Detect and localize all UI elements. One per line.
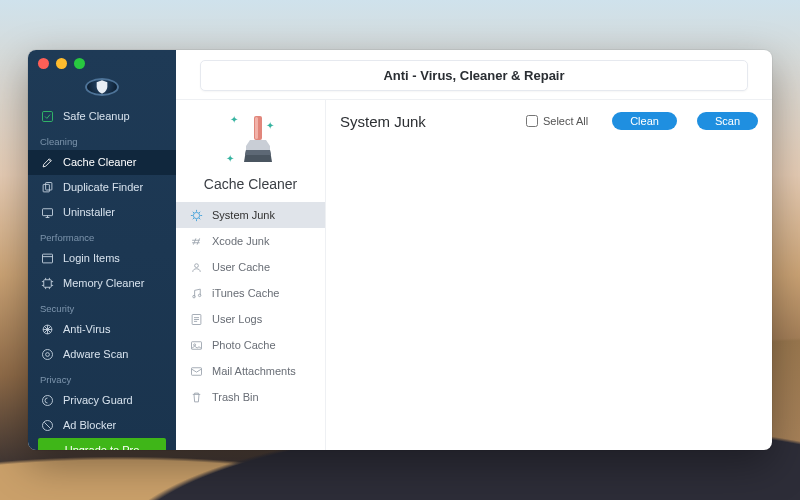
sidebar-item-adware-scan[interactable]: Adware Scan (28, 342, 176, 367)
mail-icon (188, 363, 204, 379)
trash-icon (188, 389, 204, 405)
svg-rect-3 (43, 209, 53, 216)
sidebar-item-anti-virus[interactable]: Anti-Virus (28, 317, 176, 342)
svg-point-9 (43, 396, 53, 406)
category-item-user-logs[interactable]: User Logs (176, 306, 325, 332)
sidebar-label: Memory Cleaner (63, 278, 144, 289)
sidebar-label: Login Items (63, 253, 120, 264)
sidebar-group-performance: Performance (28, 225, 176, 246)
sidebar-group-cleaning: Cleaning (28, 129, 176, 150)
sidebar-item-memory-cleaner[interactable]: Memory Cleaner (28, 271, 176, 296)
privacy-guard-icon (40, 393, 55, 408)
safe-cleanup-icon (40, 109, 55, 124)
app-logo-shield-icon (85, 78, 119, 96)
category-item-xcode-junk[interactable]: Xcode Junk (176, 228, 325, 254)
category-item-system-junk[interactable]: System Junk (176, 202, 325, 228)
svg-point-15 (192, 295, 195, 298)
category-panel-title: Cache Cleaner (204, 176, 297, 192)
category-panel: ✦✦✦ Cache Cleaner System Junk (176, 100, 326, 450)
upgrade-to-pro-button[interactable]: Upgrade to Pro (38, 438, 166, 450)
system-junk-icon (188, 207, 204, 223)
select-all-checkbox[interactable]: Select All (526, 115, 588, 127)
svg-point-16 (198, 294, 201, 297)
sidebar-item-privacy-guard[interactable]: Privacy Guard (28, 388, 176, 413)
cache-cleaner-brush-icon: ✦✦✦ (228, 114, 274, 168)
svg-rect-0 (43, 112, 53, 122)
sidebar-label: Privacy Guard (63, 395, 133, 406)
sidebar-item-login-items[interactable]: Login Items (28, 246, 176, 271)
svg-rect-4 (43, 254, 53, 263)
sidebar-item-duplicate-finder[interactable]: Duplicate Finder (28, 175, 176, 200)
header: Anti - Virus, Cleaner & Repair (176, 50, 772, 99)
svg-point-13 (193, 212, 199, 218)
svg-point-19 (193, 343, 195, 345)
main-header: System Junk Select All Clean Scan (340, 112, 758, 130)
ad-blocker-icon (40, 418, 55, 433)
minimize-window-button[interactable] (56, 58, 67, 69)
category-label: Xcode Junk (212, 235, 269, 247)
sidebar-item-cache-cleaner[interactable]: Cache Cleaner (28, 150, 176, 175)
svg-point-7 (43, 350, 53, 360)
memory-icon (40, 276, 55, 291)
sidebar-label: Ad Blocker (63, 420, 116, 431)
sidebar-label: Safe Cleanup (63, 111, 130, 122)
select-all-label: Select All (543, 115, 588, 127)
category-label: User Cache (212, 261, 270, 273)
svg-rect-20 (191, 367, 201, 375)
user-logs-icon (188, 311, 204, 327)
svg-rect-5 (44, 280, 52, 288)
category-label: iTunes Cache (212, 287, 279, 299)
antivirus-icon (40, 322, 55, 337)
sidebar-label: Adware Scan (63, 349, 128, 360)
duplicate-icon (40, 180, 55, 195)
zoom-window-button[interactable] (74, 58, 85, 69)
category-item-photo-cache[interactable]: Photo Cache (176, 332, 325, 358)
body: ✦✦✦ Cache Cleaner System Junk (176, 99, 772, 450)
sidebar-label: Anti-Virus (63, 324, 110, 335)
category-item-user-cache[interactable]: User Cache (176, 254, 325, 280)
main-title: System Junk (340, 113, 426, 130)
uninstaller-icon (40, 205, 55, 220)
category-label: Trash Bin (212, 391, 259, 403)
category-label: Photo Cache (212, 339, 276, 351)
sidebar-group-privacy: Privacy (28, 367, 176, 388)
category-label: System Junk (212, 209, 275, 221)
category-label: Mail Attachments (212, 365, 296, 377)
select-all-input[interactable] (526, 115, 538, 127)
category-list: System Junk Xcode Junk User Cache iTunes… (176, 202, 325, 410)
app-window: Safe Cleanup Cleaning Cache Cleaner Dupl… (28, 50, 772, 450)
itunes-icon (188, 285, 204, 301)
category-item-itunes-cache[interactable]: iTunes Cache (176, 280, 325, 306)
svg-point-8 (46, 353, 50, 357)
window-controls (38, 58, 85, 69)
content-area: Anti - Virus, Cleaner & Repair ✦✦✦ Cache… (176, 50, 772, 450)
xcode-icon (188, 233, 204, 249)
svg-rect-12 (255, 117, 258, 139)
main-panel: System Junk Select All Clean Scan (326, 100, 772, 450)
svg-rect-1 (43, 184, 49, 192)
sidebar-label: Cache Cleaner (63, 157, 136, 168)
sidebar-label: Duplicate Finder (63, 182, 143, 193)
user-cache-icon (188, 259, 204, 275)
scan-button[interactable]: Scan (697, 112, 758, 130)
sidebar-item-ad-blocker[interactable]: Ad Blocker (28, 413, 176, 438)
clean-button[interactable]: Clean (612, 112, 677, 130)
sidebar: Safe Cleanup Cleaning Cache Cleaner Dupl… (28, 50, 176, 450)
close-window-button[interactable] (38, 58, 49, 69)
svg-point-14 (194, 263, 198, 267)
category-item-mail-attachments[interactable]: Mail Attachments (176, 358, 325, 384)
sidebar-label: Uninstaller (63, 207, 115, 218)
brush-icon (40, 155, 55, 170)
category-item-trash-bin[interactable]: Trash Bin (176, 384, 325, 410)
sidebar-item-uninstaller[interactable]: Uninstaller (28, 200, 176, 225)
header-title: Anti - Virus, Cleaner & Repair (200, 60, 748, 91)
sidebar-item-safe-cleanup[interactable]: Safe Cleanup (28, 104, 176, 129)
svg-rect-2 (46, 183, 52, 191)
svg-rect-18 (191, 341, 201, 349)
login-items-icon (40, 251, 55, 266)
sidebar-group-security: Security (28, 296, 176, 317)
adware-icon (40, 347, 55, 362)
category-label: User Logs (212, 313, 262, 325)
photo-icon (188, 337, 204, 353)
